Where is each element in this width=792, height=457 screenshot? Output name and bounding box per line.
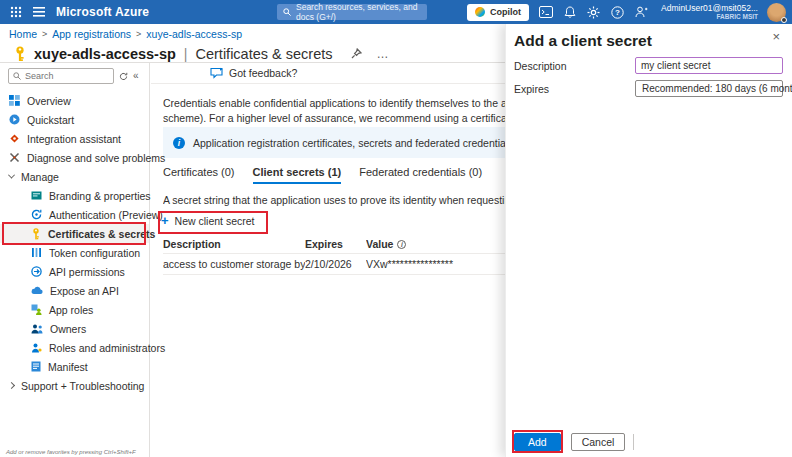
sidebar-group-support[interactable]: Support + Troubleshooting bbox=[0, 376, 149, 395]
help-icon[interactable]: ? bbox=[610, 5, 625, 20]
sidebar-item-branding[interactable]: Branding & properties bbox=[0, 186, 149, 205]
sidebar-item-token-configuration[interactable]: Token configuration bbox=[0, 243, 149, 262]
breadcrumb: Home > App registrations > xuye-adls-acc… bbox=[0, 24, 505, 44]
info-banner-text: Application registration certificates, s… bbox=[193, 137, 505, 149]
breadcrumb-home[interactable]: Home bbox=[9, 28, 37, 40]
settings-gear-icon[interactable] bbox=[586, 5, 601, 20]
cell-expires: 2/10/2026 bbox=[305, 258, 366, 270]
app-roles-icon bbox=[31, 304, 42, 315]
tab-federated-credentials[interactable]: Federated credentials (0) bbox=[359, 166, 482, 184]
column-header-expires[interactable]: Expires bbox=[305, 238, 366, 250]
tab-client-secrets[interactable]: Client secrets (1) bbox=[253, 166, 342, 184]
value-info-icon: i bbox=[397, 240, 406, 249]
sidebar-item-quickstart[interactable]: Quickstart bbox=[0, 110, 149, 129]
add-button-wrap: Add bbox=[512, 430, 563, 453]
new-client-secret-wrap: + New client secret bbox=[158, 211, 268, 234]
owners-people-icon bbox=[31, 324, 43, 334]
column-header-value-label: Value bbox=[366, 238, 393, 250]
hamburger-menu-icon[interactable] bbox=[33, 7, 45, 17]
favorites-hint: Add or remove favorites by pressing Ctrl… bbox=[6, 449, 136, 455]
sidebar-item-label: Branding & properties bbox=[49, 190, 151, 202]
sidebar-item-owners[interactable]: Owners bbox=[0, 319, 149, 338]
more-actions-icon[interactable]: … bbox=[377, 47, 390, 61]
topbar-right: Copilot ? AdminUser01@msit052... FABRIC … bbox=[467, 0, 786, 24]
sidebar-item-label: Authentication (Preview) bbox=[49, 209, 163, 221]
token-configuration-icon bbox=[31, 247, 42, 258]
copilot-button[interactable]: Copilot bbox=[467, 4, 529, 21]
sidebar-group-manage[interactable]: Manage bbox=[0, 167, 149, 186]
avatar[interactable] bbox=[767, 3, 786, 22]
cloud-shell-icon[interactable] bbox=[538, 5, 553, 20]
global-search-input[interactable]: Search resources, services, and docs (G+… bbox=[277, 4, 427, 20]
sidebar-item-app-roles[interactable]: App roles bbox=[0, 300, 149, 319]
sidebar-item-label: Overview bbox=[27, 95, 71, 107]
feedback-bubble-icon bbox=[210, 67, 223, 79]
sidebar-group-label: Manage bbox=[21, 171, 59, 183]
sidebar-item-manifest[interactable]: Manifest bbox=[0, 357, 149, 376]
sidebar-item-roles-administrators[interactable]: Roles and administrators bbox=[0, 338, 149, 357]
add-client-secret-panel: Add a client secret × Description Expire… bbox=[505, 24, 792, 457]
sidebar-item-expose-api[interactable]: Expose an API bbox=[0, 281, 149, 300]
tab-bar: Certificates (0) Client secrets (1) Fede… bbox=[163, 166, 482, 184]
roles-administrators-icon bbox=[31, 343, 42, 353]
account-org: FABRIC MSIT bbox=[661, 13, 758, 20]
got-feedback-link[interactable]: Got feedback? bbox=[229, 67, 297, 79]
avatar-status-dot bbox=[781, 17, 787, 23]
page-title: xuye-adls-access-sp bbox=[34, 46, 176, 62]
sidebar-search-field[interactable] bbox=[25, 71, 105, 81]
close-icon[interactable]: × bbox=[772, 30, 780, 43]
svg-text:?: ? bbox=[615, 8, 620, 17]
expires-dropdown[interactable]: Recommended: 180 days (6 months) bbox=[635, 80, 783, 97]
copilot-icon bbox=[475, 7, 485, 17]
sidebar-item-label: Roles and administrators bbox=[49, 342, 165, 354]
column-header-value[interactable]: Value i bbox=[366, 238, 505, 250]
topbar-left: Microsoft Azure bbox=[0, 5, 149, 19]
waffle-menu-icon[interactable] bbox=[10, 6, 22, 18]
certificates-key-icon bbox=[31, 228, 41, 240]
collapse-menu-icon[interactable]: « bbox=[133, 71, 139, 81]
cloud-icon bbox=[31, 286, 43, 295]
credentials-intro: Credentials enable confidential applicat… bbox=[163, 96, 505, 126]
azure-brand[interactable]: Microsoft Azure bbox=[56, 5, 149, 19]
sidebar-item-diagnose[interactable]: Diagnose and solve problems bbox=[0, 148, 149, 167]
integration-assistant-icon bbox=[9, 133, 20, 144]
pin-icon[interactable] bbox=[351, 48, 362, 59]
add-button[interactable]: Add bbox=[514, 433, 561, 451]
expires-field-row: Expires Recommended: 180 days (6 months) bbox=[514, 80, 783, 97]
sidebar-item-integration-assistant[interactable]: Integration assistant bbox=[0, 129, 149, 148]
description-input[interactable] bbox=[635, 57, 783, 74]
info-banner: i Application registration certificates,… bbox=[163, 127, 505, 158]
authentication-icon bbox=[31, 209, 42, 220]
sidebar-item-label: Integration assistant bbox=[27, 133, 121, 145]
sidebar-search-input[interactable] bbox=[8, 68, 114, 84]
tab-certificates[interactable]: Certificates (0) bbox=[163, 166, 235, 184]
refresh-icon[interactable] bbox=[119, 72, 128, 81]
cancel-button[interactable]: Cancel bbox=[571, 433, 626, 451]
new-client-secret-button[interactable]: + New client secret bbox=[161, 214, 255, 227]
command-bar: Got feedback? bbox=[151, 63, 505, 84]
feedback-person-icon[interactable] bbox=[634, 5, 649, 20]
sidebar: « Overview Quickstart Integration assist… bbox=[0, 63, 150, 457]
breadcrumb-separator: > bbox=[42, 29, 47, 39]
sidebar-item-authentication[interactable]: Authentication (Preview) bbox=[0, 205, 149, 224]
account-name: AdminUser01@msit052... bbox=[661, 4, 758, 13]
table-header-row: Description Expires Value i Secr bbox=[163, 235, 505, 254]
title-separator: | bbox=[183, 46, 189, 62]
account-info[interactable]: AdminUser01@msit052... FABRIC MSIT bbox=[661, 4, 758, 20]
sidebar-search-row: « bbox=[0, 63, 149, 88]
notifications-bell-icon[interactable] bbox=[562, 5, 577, 20]
cell-value: VXw**************** bbox=[366, 258, 505, 270]
column-header-description[interactable]: Description bbox=[163, 238, 305, 250]
panel-footer: Add Cancel bbox=[512, 430, 634, 453]
table-row[interactable]: access to customer storage by ye 2/10/20… bbox=[163, 254, 505, 275]
breadcrumb-current-app[interactable]: xuye-adls-access-sp bbox=[146, 28, 242, 40]
overview-icon bbox=[9, 95, 20, 106]
chevron-down-icon bbox=[8, 172, 15, 179]
sidebar-item-overview[interactable]: Overview bbox=[0, 91, 149, 110]
description-label: Description bbox=[514, 60, 635, 72]
sidebar-item-certificates-secrets[interactable]: Certificates & secrets bbox=[0, 224, 149, 243]
breadcrumb-app-registrations[interactable]: App registrations bbox=[52, 28, 131, 40]
search-icon bbox=[283, 8, 291, 16]
sidebar-item-label: Diagnose and solve problems bbox=[27, 152, 165, 164]
sidebar-item-api-permissions[interactable]: API permissions bbox=[0, 262, 149, 281]
